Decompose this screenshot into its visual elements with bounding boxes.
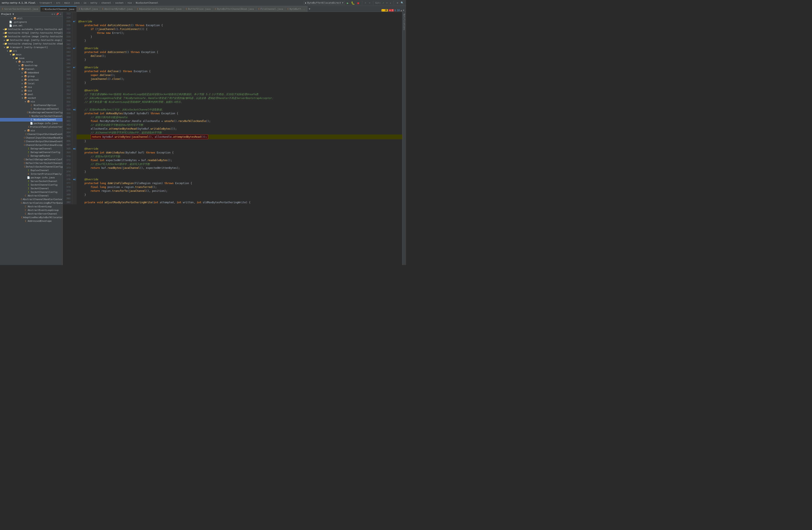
toolbar-settings[interactable]: ⚙ <box>396 1 399 4</box>
line-362: 362 // 设置尝试读取字节数组的buf的可写字节数 <box>63 123 402 127</box>
sidebar-pin-icon[interactable]: 📌 <box>56 13 59 16</box>
tree-item-nio-datagram[interactable]: C NioDatagramChannel <box>0 107 62 111</box>
toolbar-run-btn[interactable]: ▶ <box>346 1 349 5</box>
toolbar-git-check[interactable]: ✓ <box>382 1 385 4</box>
line-335: 335 ●! @Override <box>63 19 402 24</box>
tree-item-nio-channel[interactable]: ▶ 📦 nio <box>0 85 62 89</box>
tree-item-util[interactable]: ▶ 📦 util <box>0 17 62 20</box>
tree-item-socket-channel[interactable]: I SocketChannel <box>0 187 62 190</box>
toolbar-git-fetch[interactable]: ↓ <box>389 1 392 4</box>
tree-item-embedded[interactable]: ▶ 📦 embedded <box>0 71 62 74</box>
tree-item-native[interactable]: ▶ 📁 testsuite-native-image [netty-testsu… <box>0 35 62 38</box>
tree-item-oio[interactable]: ▶ 📦 oio <box>0 89 62 92</box>
code-editor[interactable]: 333 334 335 ●! @Override <box>63 12 402 265</box>
tab-bufferslice[interactable]: C BufferSlice.java <box>184 6 213 12</box>
tree-item-abstract-coalescing[interactable]: C AbstractCoalescingBufferQueue <box>0 201 62 205</box>
toolbar-fwd-btn[interactable]: → <box>368 1 371 4</box>
tree-item-server-socket[interactable]: I ServerSocketChannel <box>0 180 62 183</box>
package-icon-13: 📦 <box>27 100 30 103</box>
toolbar-stop-btn[interactable]: ■ <box>357 1 360 5</box>
tree-item-nio-socket[interactable]: C NioSocketChannel <box>0 118 62 121</box>
tab-icon: C <box>137 8 138 10</box>
tree-item-datagram-config[interactable]: I DatagramChannelConfig <box>0 151 62 154</box>
tab-abstract-bytebuf[interactable]: C AbstractByteBuf.java <box>100 6 135 12</box>
tree-item-nio-datagram-config[interactable]: C NioDatagramChannelConfig <box>0 111 62 114</box>
tree-item-default-server[interactable]: C DefaultServerSocketChannelConfig <box>0 161 62 165</box>
tab-filechannel[interactable]: C FileChannel.java <box>256 6 285 12</box>
tree-item-internal[interactable]: ▶ 📦 internal <box>0 78 62 82</box>
tree-item-nio-channel-option[interactable]: C NioChannelOption <box>0 103 62 107</box>
line-363: 363 allocHandle.attemptedBytesRead(byteB… <box>63 127 402 131</box>
tab-bytebuffer-read[interactable]: C ByteBufferChannelRead.java <box>213 6 256 12</box>
tree-item-shading[interactable]: ▶ 📁 testsuite-shading [netty-testsuite-s… <box>0 42 62 45</box>
sidebar-close-icon[interactable]: ✕ <box>60 13 61 16</box>
tab-server-socket-channel[interactable]: C ServerSocketChannel.java <box>0 6 41 12</box>
tree-item-abstract-event[interactable]: C AbstractEventLoop <box>0 205 62 209</box>
tree-item-group[interactable]: ▶ 📦 group <box>0 74 62 78</box>
tree-item-channel-output-ex[interactable]: C ChannelOutputShutdownException <box>0 143 62 147</box>
toolbar-back-btn[interactable]: ← <box>364 1 367 4</box>
line-340: 340 } <box>63 39 402 43</box>
tree-item-socket-nio[interactable]: ▼ 📦 nio <box>0 100 62 103</box>
class-icon-10: C <box>24 144 25 146</box>
sidebar-gear-icon[interactable]: ⚙ <box>52 13 53 16</box>
tree-item-package-info-2[interactable]: 📄 package-info.java <box>0 176 62 180</box>
tab-kqueue[interactable]: C KQueueServerSocketChannel.java <box>135 6 184 12</box>
tree-item-java[interactable]: ▼ 📁 java <box>0 56 62 60</box>
tree-item-default-socket[interactable]: C DefaultSocketChannelConfig <box>0 165 62 169</box>
tree-item-server-socket-config[interactable]: I SocketChannelConfig <box>0 183 62 187</box>
tree-item-main[interactable]: ▼ 📁 main <box>0 53 62 56</box>
tab-bytebuff-more[interactable]: C ByteBuff... <box>285 6 307 12</box>
tree-item-gitignore[interactable]: 📄 .gitignore <box>0 20 62 24</box>
tree-item-channel-input-read[interactable]: C ChannelInputShutdownReadComple <box>0 136 62 140</box>
tab-icon: C <box>186 8 187 10</box>
tree-item-internet-protocol[interactable]: E InternetProtocolFamily <box>0 172 62 176</box>
tab-bytebuf[interactable]: I ByteBuf.java <box>77 6 100 12</box>
toolbar-git-push[interactable]: ↑ <box>386 1 388 4</box>
tree-item-autobahn[interactable]: ▶ 📁 testsuite-autobahn [netty-testsuite-… <box>0 27 62 31</box>
sidebar-collapse-icon[interactable]: ≡ <box>54 13 55 16</box>
tree-item-abstract-channel[interactable]: C AbstractChannel <box>0 194 62 198</box>
tree-item-duplex[interactable]: I DuplexChannel <box>0 169 62 172</box>
run-config-display[interactable]: ▶ ByteBufferAllocateDirect ▼ <box>304 1 345 5</box>
tree-item-src[interactable]: ▼ 📁 src <box>0 49 62 53</box>
tree-item-io-netty[interactable]: ▼ 📦 io.netty <box>0 60 62 63</box>
line-350: 350 javaChannel().close(); <box>63 77 402 81</box>
tree-item-bootstrap[interactable]: ▶ 📦 bootstrap <box>0 63 62 67</box>
code-table: 333 334 335 ●! @Override <box>63 12 402 204</box>
tree-item-default-datagram[interactable]: C DefaultDatagramChannelConfig <box>0 158 62 161</box>
right-panel-label[interactable]: Notifications <box>403 12 405 32</box>
class-icon-25: C <box>21 202 22 204</box>
tree-item-abstract-server[interactable]: C AbstractServerChannel <box>0 212 62 216</box>
line-351: 351 } <box>63 81 402 85</box>
toolbar-search[interactable]: 🔍 <box>400 1 404 4</box>
main-layout: Project ▼ ⚙ ≡ 📌 ✕ ▶ 📦 util 📄 .gitignore … <box>0 12 406 265</box>
tab-nio-socket-channel[interactable]: C NioSocketChannel.java <box>41 6 77 12</box>
tree-item-datagram-channel[interactable]: I DatagramChannel <box>0 147 62 151</box>
toolbar-sep2 <box>373 1 373 5</box>
toolbar-debug-btn[interactable]: 🐛 <box>350 1 356 5</box>
tree-item-pool[interactable]: ▶ 📦 pool <box>0 92 62 96</box>
tree-item-socket[interactable]: ▼ 📦 socket <box>0 96 62 100</box>
tree-item-transport[interactable]: ▼ 📁 transport [netty-transport] <box>0 45 62 49</box>
tree-item-socket-channel-config[interactable]: I SocketChannelConfig <box>0 190 62 194</box>
line-374: 374 } <box>63 170 402 174</box>
tree-item-channel-input[interactable]: C ChannelInputShutdownEvent <box>0 132 62 136</box>
tab-more-btn[interactable]: ▼ <box>307 6 311 12</box>
tree-item-addressed[interactable]: I AddressedEnvelope <box>0 219 62 223</box>
tree-item-pomxml[interactable]: 📄 pom.xml <box>0 24 62 27</box>
tree-item-datagram-packet[interactable]: C DatagramPacket <box>0 154 62 158</box>
tree-item-channel[interactable]: ▼ 📦 channel <box>0 67 62 71</box>
tree-item-nio-server[interactable]: C NioServerSocketChannel <box>0 114 62 118</box>
tree-item-oio-sub[interactable]: ▶ 📦 oio <box>0 129 62 132</box>
tree-item-channel-output[interactable]: C ChannelOutputShutdownEvent <box>0 140 62 143</box>
tree-item-abstract-event-group[interactable]: C AbstractEventLoopGroup <box>0 209 62 212</box>
tree-item-local[interactable]: ▶ 📦 local <box>0 82 62 85</box>
tree-item-abstract-handler[interactable]: C AbstractChannelHandlerContext <box>0 198 62 201</box>
tree-item-package-info[interactable]: 📄 package-info.java <box>0 121 62 125</box>
tree-item-protocol-family[interactable]: C ProtocolFamilyConverter <box>0 125 62 129</box>
tree-item-adaptive[interactable]: C AdaptiveRecvByteBufAllocator <box>0 216 62 219</box>
tree-item-osgi[interactable]: ▶ 📁 testsuite-osgi [netty-testsuite-osgi… <box>0 38 62 42</box>
tree-item-http2[interactable]: ▶ 📁 testsuite-http2 [netty-testsuite-htt… <box>0 31 62 35</box>
package-icon-3: 📦 <box>21 64 24 67</box>
